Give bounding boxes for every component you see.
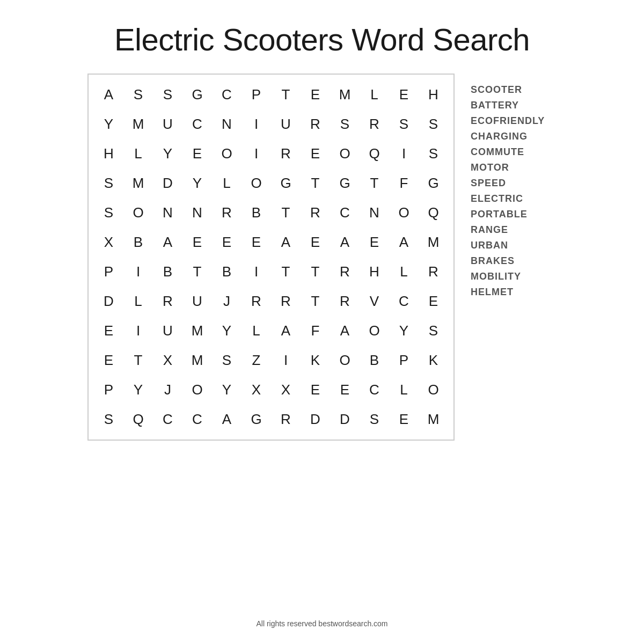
word-item-urban: URBAN (471, 240, 557, 251)
grid-cell-3-7: T (301, 169, 330, 198)
grid-cell-2-3: E (182, 139, 212, 169)
grid-cell-6-4: B (212, 257, 241, 287)
grid-cell-1-1: M (123, 109, 153, 139)
grid-cell-1-8: S (330, 109, 360, 139)
grid-cell-0-11: H (419, 80, 448, 109)
grid-cell-8-2: U (153, 316, 182, 346)
grid-cell-7-3: U (182, 287, 212, 316)
grid-cell-4-8: C (330, 198, 360, 228)
grid-cell-10-2: J (153, 375, 182, 405)
word-item-mobility: MOBILITY (471, 271, 557, 282)
word-item-brakes: BRAKES (471, 255, 557, 267)
grid-cell-0-0: A (94, 80, 123, 109)
grid-cell-1-11: S (419, 109, 448, 139)
grid-cell-9-6: I (271, 346, 301, 375)
grid-cell-4-1: O (123, 198, 153, 228)
grid-cell-1-2: U (153, 109, 182, 139)
grid-cell-5-3: E (182, 228, 212, 257)
grid-cell-2-0: H (94, 139, 123, 169)
grid-cell-10-1: Y (123, 375, 153, 405)
grid-cell-0-9: L (360, 80, 389, 109)
grid-cell-1-6: U (271, 109, 301, 139)
grid-cell-11-10: E (389, 405, 419, 434)
grid-cell-3-5: O (241, 169, 271, 198)
grid-cell-11-8: D (330, 405, 360, 434)
grid-cell-2-7: E (301, 139, 330, 169)
grid-cell-6-7: T (301, 257, 330, 287)
word-search-grid: ASSGCPTEMLEHYMUCNIURSRSSHLYEOIREOQISSMDY… (87, 74, 455, 441)
grid-cell-11-3: C (182, 405, 212, 434)
grid-cell-3-11: G (419, 169, 448, 198)
grid-table: ASSGCPTEMLEHYMUCNIURSRSSHLYEOIREOQISSMDY… (94, 80, 448, 434)
grid-cell-1-7: R (301, 109, 330, 139)
content-area: ASSGCPTEMLEHYMUCNIURSRSSHLYEOIREOQISSMDY… (87, 74, 557, 441)
grid-cell-7-1: L (123, 287, 153, 316)
grid-cell-1-9: R (360, 109, 389, 139)
grid-cell-10-6: X (271, 375, 301, 405)
grid-cell-8-1: I (123, 316, 153, 346)
word-item-speed: SPEED (471, 178, 557, 189)
grid-cell-2-4: O (212, 139, 241, 169)
grid-cell-11-5: G (241, 405, 271, 434)
grid-cell-10-7: E (301, 375, 330, 405)
word-item-helmet: HELMET (471, 287, 557, 298)
grid-cell-8-3: M (182, 316, 212, 346)
grid-cell-4-3: N (182, 198, 212, 228)
grid-cell-4-10: O (389, 198, 419, 228)
grid-cell-4-11: Q (419, 198, 448, 228)
word-item-commute: COMMUTE (471, 147, 557, 158)
grid-cell-6-5: I (241, 257, 271, 287)
grid-cell-9-11: K (419, 346, 448, 375)
grid-cell-7-8: R (330, 287, 360, 316)
grid-cell-8-6: A (271, 316, 301, 346)
word-item-portable: PORTABLE (471, 209, 557, 220)
grid-cell-7-9: V (360, 287, 389, 316)
grid-cell-0-2: S (153, 80, 182, 109)
grid-cell-8-4: Y (212, 316, 241, 346)
grid-cell-0-3: G (182, 80, 212, 109)
grid-cell-10-5: X (241, 375, 271, 405)
word-item-motor: MOTOR (471, 162, 557, 173)
grid-cell-1-0: Y (94, 109, 123, 139)
grid-cell-7-6: R (271, 287, 301, 316)
grid-cell-11-1: Q (123, 405, 153, 434)
grid-cell-7-7: T (301, 287, 330, 316)
grid-cell-5-1: B (123, 228, 153, 257)
grid-cell-10-11: O (419, 375, 448, 405)
word-item-range: RANGE (471, 224, 557, 236)
grid-cell-3-0: S (94, 169, 123, 198)
word-item-scooter: SCOOTER (471, 84, 557, 96)
grid-cell-11-0: S (94, 405, 123, 434)
grid-cell-3-9: T (360, 169, 389, 198)
grid-cell-4-5: B (241, 198, 271, 228)
grid-cell-5-2: A (153, 228, 182, 257)
grid-cell-7-10: C (389, 287, 419, 316)
grid-cell-11-7: D (301, 405, 330, 434)
grid-cell-0-10: E (389, 80, 419, 109)
grid-cell-5-0: X (94, 228, 123, 257)
grid-cell-5-10: A (389, 228, 419, 257)
grid-cell-8-11: S (419, 316, 448, 346)
grid-cell-10-0: P (94, 375, 123, 405)
grid-cell-0-6: T (271, 80, 301, 109)
grid-cell-2-8: O (330, 139, 360, 169)
grid-cell-5-11: M (419, 228, 448, 257)
grid-cell-5-9: E (360, 228, 389, 257)
word-item-charging: CHARGING (471, 131, 557, 142)
grid-cell-0-5: P (241, 80, 271, 109)
grid-cell-3-3: Y (182, 169, 212, 198)
grid-cell-9-2: X (153, 346, 182, 375)
word-item-ecofriendly: ECOFRIENDLY (471, 115, 557, 127)
grid-cell-7-4: J (212, 287, 241, 316)
word-list: SCOOTERBATTERYECOFRIENDLYCHARGINGCOMMUTE… (471, 84, 557, 298)
grid-cell-9-7: K (301, 346, 330, 375)
grid-cell-6-10: L (389, 257, 419, 287)
grid-cell-7-11: E (419, 287, 448, 316)
grid-cell-9-4: S (212, 346, 241, 375)
grid-cell-9-3: M (182, 346, 212, 375)
grid-cell-4-7: R (301, 198, 330, 228)
grid-cell-8-8: A (330, 316, 360, 346)
grid-cell-0-8: M (330, 80, 360, 109)
grid-cell-0-1: S (123, 80, 153, 109)
page-title: Electric Scooters Word Search (114, 21, 530, 57)
